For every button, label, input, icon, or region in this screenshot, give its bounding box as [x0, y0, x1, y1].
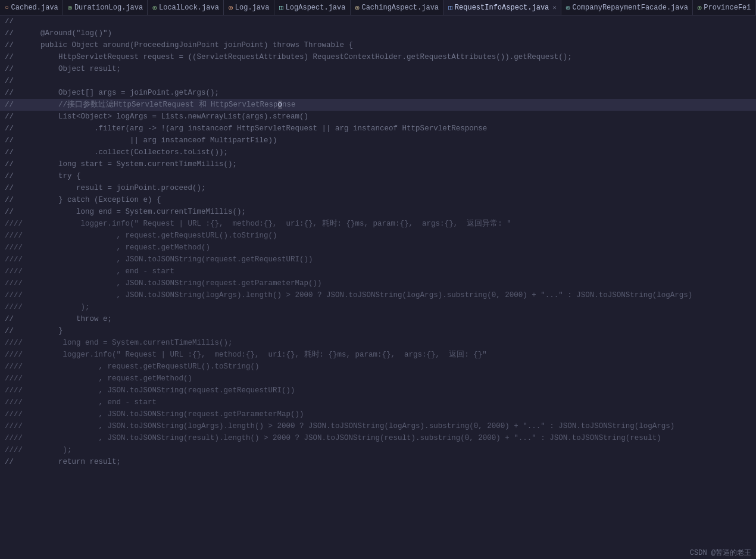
- line-prefix: ////: [5, 301, 27, 313]
- line-content: return result;: [23, 456, 121, 468]
- tab-icon-locallock: ◎: [152, 4, 157, 11]
- close-icon[interactable]: ✕: [552, 4, 557, 11]
- tab-cachingaspect[interactable]: ◎ CachingAspect.java: [351, 0, 443, 15]
- line-prefix: //: [5, 456, 23, 468]
- line-prefix: ////: [5, 432, 27, 444]
- line-prefix: //: [5, 87, 23, 99]
- line-content: , JSON.toJSONString(logArgs).length() > …: [27, 420, 675, 432]
- line-content: );: [27, 444, 72, 456]
- code-line: // || arg instanceof MultipartFile)): [0, 135, 756, 146]
- line-prefix: //: [5, 206, 23, 218]
- code-line: //: [0, 15, 756, 27]
- code-line: //// , JSON.toJSONString(logArgs).length…: [0, 420, 756, 432]
- line-content: long start = System.currentTimeMillis();: [23, 158, 237, 170]
- line-prefix: ////: [5, 337, 27, 349]
- status-bar: CSDN @苦逼的老王: [685, 546, 756, 559]
- code-line: //// , request.getRequestURL().toString(…: [0, 361, 756, 373]
- line-prefix: //: [5, 135, 23, 146]
- tab-label-requestinfoaspect: RequestInfoAspect.java: [455, 4, 549, 12]
- code-line: //// , JSON.toJSONString(logArgs).length…: [0, 289, 756, 301]
- line-prefix: ////: [5, 361, 27, 373]
- tab-companyrepayment[interactable]: ◎ CompanyRepaymentFacade.java: [561, 0, 693, 15]
- line-content: , JSON.toJSONString(request.getParameter…: [27, 408, 304, 420]
- code-line: //: [0, 75, 756, 87]
- line-content: List<Object> logArgs = Lists.newArrayLis…: [23, 111, 308, 123]
- tab-icon-cached: ○: [5, 4, 9, 11]
- tab-label-provincefei: ProvinceFei: [704, 4, 751, 12]
- line-content: , request.getMethod(): [27, 242, 211, 254]
- line-content: , JSON.toJSONString(logArgs).length() > …: [27, 289, 693, 301]
- tab-cached[interactable]: ○ Cached.java: [0, 0, 63, 15]
- code-line-highlighted: // //接口参数过滤HttpServletRequest 和 HttpServ…: [0, 99, 756, 111]
- line-content: , end - start: [27, 266, 175, 277]
- line-content: }: [23, 325, 63, 337]
- code-line: // Object result;: [0, 63, 756, 75]
- line-content: , request.getMethod(): [27, 373, 193, 385]
- code-line: // @Around("log()"): [0, 27, 756, 39]
- line-content: , JSON.toJSONString(result).length() > 2…: [27, 432, 661, 444]
- code-line: // }: [0, 325, 756, 337]
- line-content: .filter(arg -> !(arg instanceof HttpServ…: [23, 123, 487, 135]
- tab-provincefei[interactable]: ◎ ProvinceFei: [693, 0, 756, 15]
- line-content: @Around("log()"): [23, 27, 112, 39]
- code-line: //// , JSON.toJSONString(request.getPara…: [0, 277, 756, 289]
- tab-icon-logaspect: ◫: [279, 4, 283, 11]
- line-prefix: ////: [5, 373, 27, 385]
- line-prefix: ////: [5, 266, 27, 277]
- line-prefix: //: [5, 194, 23, 206]
- line-prefix: //: [5, 111, 23, 123]
- line-content: long end = System.currentTimeMillis();: [27, 337, 233, 349]
- line-content: );: [27, 301, 90, 313]
- line-content: , request.getRequestURL().toString(): [27, 361, 260, 373]
- tab-log[interactable]: ◎ Log.java: [224, 0, 274, 15]
- code-line: // public Object around(ProceedingJoinPo…: [0, 39, 756, 51]
- line-prefix: ////: [5, 396, 27, 408]
- tab-label-cached: Cached.java: [11, 4, 58, 12]
- line-prefix: //: [5, 313, 23, 325]
- tab-icon-log: ◎: [229, 4, 233, 11]
- line-content: //接口参数过滤HttpServletRequest 和 HttpServlet…: [23, 99, 296, 111]
- status-text: CSDN @苦逼的老王: [690, 549, 751, 557]
- code-line: //// logger.info(" Request | URL :{}, me…: [0, 349, 756, 361]
- line-prefix: ////: [5, 349, 27, 361]
- code-line: //// , JSON.toJSONString(result).length(…: [0, 432, 756, 444]
- line-content: result = joinPoint.proceed();: [23, 182, 206, 194]
- code-line: // throw e;: [0, 313, 756, 325]
- code-line: // List<Object> logArgs = Lists.newArray…: [0, 111, 756, 123]
- line-prefix: //: [5, 99, 23, 111]
- line-content: try {: [23, 170, 81, 182]
- line-content: HttpServletRequest request = ((ServletRe…: [23, 51, 572, 63]
- line-prefix: ////: [5, 385, 27, 396]
- line-prefix: ////: [5, 218, 27, 230]
- line-prefix: ////: [5, 254, 27, 266]
- tab-requestinfoaspect[interactable]: ◫ RequestInfoAspect.java ✕: [443, 0, 561, 15]
- tab-logaspect[interactable]: ◫ LogAspect.java: [274, 0, 351, 15]
- code-line: // .collect(Collectors.toList());: [0, 146, 756, 158]
- line-content: logger.info(" Request | URL :{}, method:…: [27, 218, 511, 230]
- code-line: // Object[] args = joinPoint.getArgs();: [0, 87, 756, 99]
- line-content: Object result;: [23, 63, 121, 75]
- line-content: || arg instanceof MultipartFile)): [23, 135, 277, 146]
- code-editor[interactable]: // // @Around("log()") // public Object …: [0, 15, 756, 559]
- line-content: , JSON.toJSONString(request.getParameter…: [27, 277, 322, 289]
- tab-label-log: Log.java: [235, 4, 270, 12]
- line-content: , request.getRequestURL().toString(): [27, 230, 277, 242]
- line-content: , end - start: [27, 396, 157, 408]
- line-prefix: ////: [5, 242, 27, 254]
- tab-icon-durationlog: ◎: [68, 4, 72, 11]
- line-prefix: //: [5, 325, 23, 337]
- code-line: // result = joinPoint.proceed();: [0, 182, 756, 194]
- tab-label-locallock: LocalLock.java: [159, 4, 219, 12]
- line-prefix: //: [5, 27, 23, 39]
- tab-locallock[interactable]: ◎ LocalLock.java: [148, 0, 224, 15]
- line-content: Object[] args = joinPoint.getArgs();: [23, 87, 219, 99]
- line-content: , JSON.toJSONString(request.getRequestUR…: [27, 254, 313, 266]
- line-prefix: //: [5, 123, 23, 135]
- tab-bar: ○ Cached.java ◎ DurationLog.java ◎ Local…: [0, 0, 756, 15]
- code-line: //// , request.getMethod(): [0, 373, 756, 385]
- code-line: //// , JSON.toJSONString(request.getPara…: [0, 408, 756, 420]
- line-content: logger.info(" Request | URL :{}, method:…: [27, 349, 487, 361]
- line-prefix: //: [5, 146, 23, 158]
- tab-durationlog[interactable]: ◎ DurationLog.java: [63, 0, 148, 15]
- code-line: // .filter(arg -> !(arg instanceof HttpS…: [0, 123, 756, 135]
